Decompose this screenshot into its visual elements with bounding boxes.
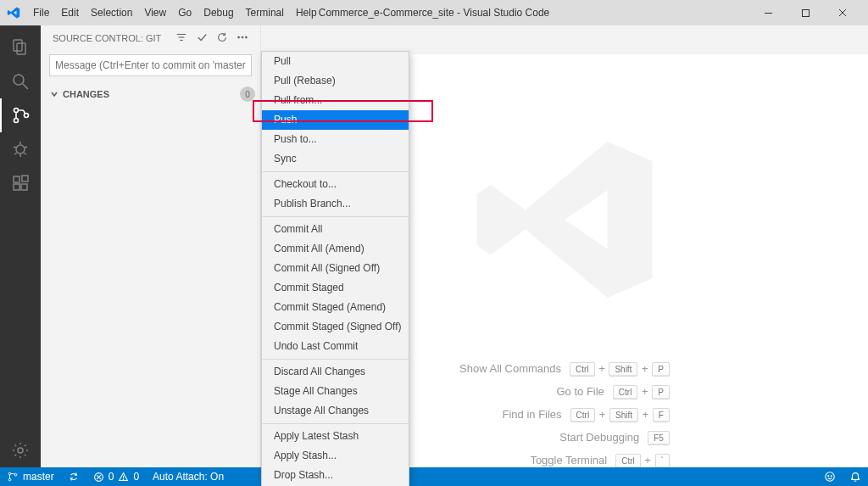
menu-item-commit-all-signed-off[interactable]: Commit All (Signed Off): [262, 259, 409, 278]
svg-rect-20: [21, 184, 27, 190]
svg-rect-1: [802, 9, 809, 16]
vscode-logo-icon: [7, 6, 20, 20]
svg-line-16: [24, 153, 26, 154]
svg-point-40: [831, 476, 832, 477]
activity-bar: [0, 25, 41, 467]
menu-item-apply-stash[interactable]: Apply Stash...: [262, 446, 409, 466]
svg-point-22: [18, 448, 23, 453]
status-problems[interactable]: 0 0: [86, 471, 146, 483]
svg-point-39: [828, 476, 829, 477]
shortcut-row: Find in FilesCtrl + Shift + F: [503, 408, 670, 421]
menu-item-checkout-to[interactable]: Checkout to...: [262, 175, 409, 194]
status-notifications[interactable]: [843, 471, 868, 483]
activity-search[interactable]: [0, 64, 41, 98]
menu-item-commit-all-amend[interactable]: Commit All (Amend): [262, 239, 409, 259]
scm-more-icon[interactable]: [236, 31, 248, 45]
welcome-shortcuts: Show All CommandsCtrl + Shift + PGo to F…: [459, 362, 670, 466]
keycap: P: [652, 362, 670, 377]
keycap: Ctrl: [613, 385, 638, 399]
svg-point-11: [16, 145, 25, 154]
menu-item-commit-staged-signed-off[interactable]: Commit Staged (Signed Off): [262, 317, 409, 337]
menu-item-undo-last-commit[interactable]: Undo Last Commit: [262, 337, 409, 356]
menu-item-discard-all-changes[interactable]: Discard All Changes: [262, 362, 409, 382]
maximize-button[interactable]: [787, 0, 824, 25]
svg-point-31: [14, 473, 17, 476]
minimize-button[interactable]: [749, 0, 787, 25]
menu-selection[interactable]: Selection: [85, 0, 138, 25]
activity-settings[interactable]: [0, 433, 41, 467]
menu-item-publish-branch[interactable]: Publish Branch...: [262, 194, 409, 214]
shortcut-row: Start DebuggingF5: [559, 431, 670, 444]
status-feedback[interactable]: [817, 471, 843, 483]
scm-context-menu: PullPull (Rebase)Pull from...PushPush to…: [261, 51, 409, 486]
scm-refresh-icon[interactable]: [216, 31, 228, 45]
close-button[interactable]: [824, 0, 861, 25]
menu-item-pull[interactable]: Pull: [262, 52, 409, 71]
activity-debug[interactable]: [0, 132, 41, 166]
menu-item-unstage-all-changes[interactable]: Unstage All Changes: [262, 401, 409, 421]
shortcut-keys: Ctrl + Shift + F: [570, 408, 670, 421]
scm-toggle-view-icon[interactable]: [175, 31, 187, 45]
status-errors-count: 0: [108, 471, 114, 483]
keycap: P: [652, 385, 670, 399]
menu-view[interactable]: View: [138, 0, 172, 25]
svg-rect-21: [22, 176, 28, 182]
menu-file[interactable]: File: [27, 0, 55, 25]
keycap: Ctrl: [570, 362, 595, 377]
menu-item-pull-from[interactable]: Pull from...: [262, 91, 409, 110]
status-branch[interactable]: master: [0, 471, 61, 483]
svg-rect-18: [14, 176, 19, 182]
vscode-watermark-icon: [467, 122, 662, 320]
shortcut-label: Find in Files: [503, 408, 562, 421]
keycap: Ctrl: [570, 408, 596, 422]
keycap: F: [653, 408, 670, 422]
status-sync[interactable]: [61, 471, 86, 483]
scm-commit-icon[interactable]: [196, 31, 208, 45]
svg-rect-19: [14, 184, 19, 190]
titlebar: File Edit Selection View Go Debug Termin…: [0, 0, 868, 25]
menu-item-push[interactable]: Push: [262, 110, 409, 130]
svg-rect-5: [17, 43, 25, 54]
shortcut-row: Go to FileCtrl + P: [557, 385, 670, 398]
menu-item-commit-staged[interactable]: Commit Staged: [262, 278, 409, 298]
keycap: Ctrl: [615, 454, 641, 467]
svg-line-7: [23, 84, 28, 89]
shortcut-label: Start Debugging: [559, 431, 639, 444]
svg-line-13: [14, 147, 16, 148]
activity-source-control[interactable]: [0, 98, 41, 132]
menu-item-sync[interactable]: Sync: [262, 149, 409, 169]
keycap: Shift: [609, 408, 638, 422]
svg-line-14: [25, 147, 27, 148]
svg-point-29: [8, 472, 11, 475]
status-branch-label: master: [23, 471, 54, 483]
shortcut-row: Toggle TerminalCtrl + `: [530, 454, 670, 466]
svg-point-37: [123, 479, 124, 480]
status-auto-attach[interactable]: Auto Attach: On: [146, 471, 231, 483]
menu-go[interactable]: Go: [172, 0, 198, 25]
changes-section[interactable]: CHANGES 0: [41, 83, 260, 105]
shortcut-row: Show All CommandsCtrl + Shift + P: [459, 362, 670, 375]
menu-item-pull-rebase[interactable]: Pull (Rebase): [262, 71, 409, 91]
commit-message-input[interactable]: [49, 54, 252, 76]
window-title: Commerce_e-Commerce_site - Visual Studio…: [319, 0, 550, 25]
activity-extensions[interactable]: [0, 166, 41, 200]
menu-item-drop-stash[interactable]: Drop Stash...: [262, 466, 409, 485]
svg-point-9: [14, 119, 19, 123]
menu-terminal[interactable]: Terminal: [240, 0, 290, 25]
shortcut-label: Toggle Terminal: [530, 454, 607, 466]
shortcut-label: Go to File: [557, 385, 604, 398]
svg-point-28: [245, 36, 247, 38]
menu-item-push-to[interactable]: Push to...: [262, 130, 409, 149]
svg-line-15: [14, 153, 17, 154]
menu-edit[interactable]: Edit: [55, 0, 85, 25]
menu-item-stage-all-changes[interactable]: Stage All Changes: [262, 382, 409, 401]
menu-item-apply-latest-stash[interactable]: Apply Latest Stash: [262, 427, 409, 446]
svg-point-30: [8, 478, 11, 481]
menu-item-commit-all[interactable]: Commit All: [262, 220, 409, 239]
menu-debug[interactable]: Debug: [198, 0, 239, 25]
activity-explorer[interactable]: [0, 31, 41, 64]
editor-tabbar: [261, 25, 868, 54]
menu-item-commit-staged-amend[interactable]: Commit Staged (Amend): [262, 298, 409, 317]
menu-bar: File Edit Selection View Go Debug Termin…: [27, 0, 323, 25]
scm-header-label: SOURCE CONTROL: GIT: [53, 33, 161, 43]
